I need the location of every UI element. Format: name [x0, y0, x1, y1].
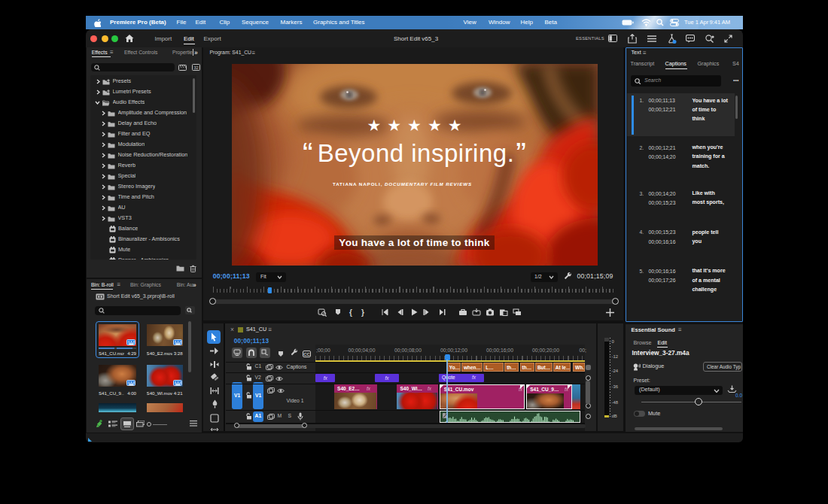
svg-text:CC: CC — [303, 351, 310, 356]
svg-text:32: 32 — [193, 65, 198, 69]
